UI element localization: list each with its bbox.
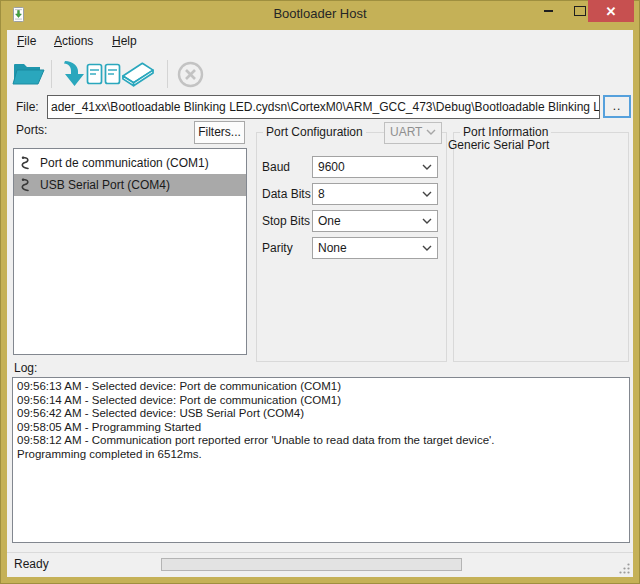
minimize-button[interactable] [536, 0, 560, 22]
menu-help[interactable]: Help [105, 30, 144, 52]
maximize-icon [574, 6, 586, 16]
ports-label: Ports: [16, 123, 47, 137]
port-item-label: USB Serial Port (COM4) [40, 178, 170, 192]
progress-bar [161, 558, 462, 571]
chevron-down-icon [422, 245, 432, 251]
menu-bar: File Actions Help [7, 30, 633, 52]
log-line: 09:58:05 AM - Programming Started [17, 421, 625, 435]
log-line: 09:56:14 AM - Selected device: Port de c… [17, 394, 625, 408]
client-area: File Actions Help [7, 30, 633, 577]
status-text: Ready [14, 553, 49, 576]
log-line: Programming completed in 6512ms. [17, 448, 625, 462]
browse-button[interactable]: .. [603, 95, 631, 118]
status-bar: Ready [7, 552, 633, 577]
parity-value: None [318, 241, 347, 255]
eraser-icon [119, 60, 155, 89]
port-information-group: Port Information [453, 132, 629, 362]
baud-dropdown[interactable]: 9600 [312, 156, 438, 178]
open-file-button[interactable] [10, 57, 46, 91]
port-information-text: Generic Serial Port [448, 138, 549, 152]
file-path-input[interactable]: ader_41xx\Bootloadable Blinking LED.cyds… [47, 95, 600, 119]
open-folder-icon [12, 61, 45, 87]
baud-value: 9600 [318, 160, 345, 174]
serial-port-icon [19, 156, 33, 171]
stop-bits-dropdown[interactable]: One [312, 210, 438, 232]
port-item-label: Port de communication (COM1) [40, 156, 209, 170]
port-item-com4[interactable]: USB Serial Port (COM4) [14, 174, 246, 196]
chevron-down-icon [426, 129, 436, 135]
titlebar[interactable]: Bootloader Host ✕ [0, 0, 640, 30]
data-bits-dropdown[interactable]: 8 [312, 183, 438, 205]
abort-button [172, 57, 208, 91]
program-arrow-icon [58, 59, 86, 89]
serial-port-icon [19, 178, 33, 193]
stop-bits-value: One [318, 214, 341, 228]
toolbar-separator [51, 60, 52, 88]
log-line: 09:56:13 AM - Selected device: Port de c… [17, 380, 625, 394]
log-label: Log: [14, 361, 37, 375]
protocol-dropdown: UART [384, 122, 442, 144]
parity-dropdown[interactable]: None [312, 237, 438, 259]
port-item-com1[interactable]: Port de communication (COM1) [14, 152, 246, 174]
data-bits-label: Data Bits [262, 183, 312, 205]
bootloader-host-window: Bootloader Host ✕ File Actions Help [0, 0, 640, 584]
port-configuration-title: Port Configuration [263, 126, 366, 139]
file-label: File: [16, 100, 39, 114]
log-output[interactable]: 09:56:13 AM - Selected device: Port de c… [12, 377, 630, 543]
verify-documents-icon [86, 62, 121, 87]
menu-file[interactable]: File [10, 30, 43, 52]
parity-label: Parity [262, 237, 312, 259]
chevron-down-icon [422, 218, 432, 224]
log-line: 09:58:12 AM - Communication port reporte… [17, 434, 625, 448]
menu-actions[interactable]: Actions [47, 30, 100, 52]
protocol-value: UART [390, 125, 422, 139]
close-icon: ✕ [606, 4, 617, 19]
data-bits-value: 8 [318, 187, 325, 201]
log-line: 09:56:42 AM - Selected device: USB Seria… [17, 407, 625, 421]
erase-button[interactable] [119, 57, 155, 91]
resize-grip[interactable] [618, 562, 631, 575]
verify-button[interactable] [85, 57, 121, 91]
baud-label: Baud [262, 156, 312, 178]
filters-button[interactable]: Filters... [194, 121, 245, 144]
abort-icon [177, 61, 204, 88]
stop-bits-label: Stop Bits [262, 210, 312, 232]
close-button[interactable]: ✕ [588, 0, 634, 22]
chevron-down-icon [422, 164, 432, 170]
chevron-down-icon [422, 191, 432, 197]
ports-list[interactable]: Port de communication (COM1) USB Serial … [13, 148, 247, 355]
toolbar-separator [167, 60, 168, 88]
minimize-icon [544, 10, 553, 12]
